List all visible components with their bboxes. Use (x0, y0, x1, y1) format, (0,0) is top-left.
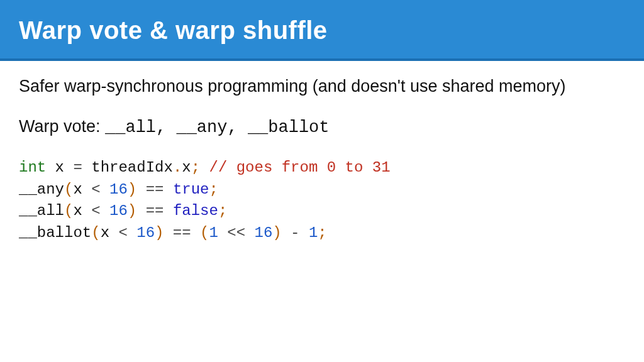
tok: ) (272, 224, 281, 241)
tok: = (73, 159, 82, 176)
tok: false (173, 202, 218, 219)
tok: x (182, 159, 191, 176)
code-line-4: __ballot(x < 16) == (1 << 16) - 1; (19, 224, 327, 241)
tok: ( (200, 224, 209, 241)
code-line-3: __all(x < 16) == false; (19, 202, 227, 219)
warp-vote-label: Warp vote: (19, 117, 105, 136)
tok: ) (155, 224, 164, 241)
warp-vote-funcs: __all, __any, __ballot (105, 118, 329, 137)
tok: - (282, 224, 309, 241)
tok: << (218, 224, 255, 241)
comment: // goes from 0 to 31 (200, 159, 390, 176)
tok: __all (19, 202, 64, 219)
tok: ) (128, 202, 136, 219)
slide-title: Warp vote & warp shuffle (19, 16, 625, 45)
tok: x (46, 159, 73, 176)
code-line-1: int x = threadIdx.x; // goes from 0 to 3… (19, 159, 391, 176)
tok: == (136, 202, 173, 219)
tok: ; (191, 159, 200, 176)
tok: ; (209, 181, 218, 198)
tok: __any (19, 181, 64, 198)
code-line-2: __any(x < 16) == true; (19, 181, 218, 198)
tok: ( (91, 224, 100, 241)
tok: 16 (255, 224, 273, 241)
tok: == (136, 181, 173, 198)
tok: < (91, 181, 100, 198)
tok: x (73, 202, 91, 219)
tok: 16 (128, 224, 155, 241)
tok: 16 (101, 202, 128, 219)
tok: 1 (309, 224, 318, 241)
tok: ( (64, 202, 73, 219)
tok: == (164, 224, 200, 241)
intro-text: Safer warp-synchronous programming (and … (19, 75, 625, 97)
tok: ) (128, 181, 136, 198)
tok: < (91, 202, 100, 219)
tok: ; (318, 224, 326, 241)
tok: x (101, 224, 119, 241)
kw-int: int (19, 159, 46, 176)
tok: ; (218, 202, 227, 219)
tok: 16 (101, 181, 128, 198)
slide: Warp vote & warp shuffle Safer warp-sync… (0, 0, 644, 362)
tok: true (173, 181, 209, 198)
code-block: int x = threadIdx.x; // goes from 0 to 3… (19, 157, 625, 244)
tok: . (173, 159, 182, 176)
tok: ( (64, 181, 73, 198)
tok: 1 (209, 224, 218, 241)
warp-vote-line: Warp vote: __all, __any, __ballot (19, 115, 625, 139)
tok: < (118, 224, 127, 241)
tok: __ballot (19, 224, 91, 241)
slide-body: Safer warp-synchronous programming (and … (0, 61, 644, 244)
tok: x (73, 181, 91, 198)
title-bar: Warp vote & warp shuffle (0, 0, 644, 61)
tok: threadIdx (82, 159, 173, 176)
